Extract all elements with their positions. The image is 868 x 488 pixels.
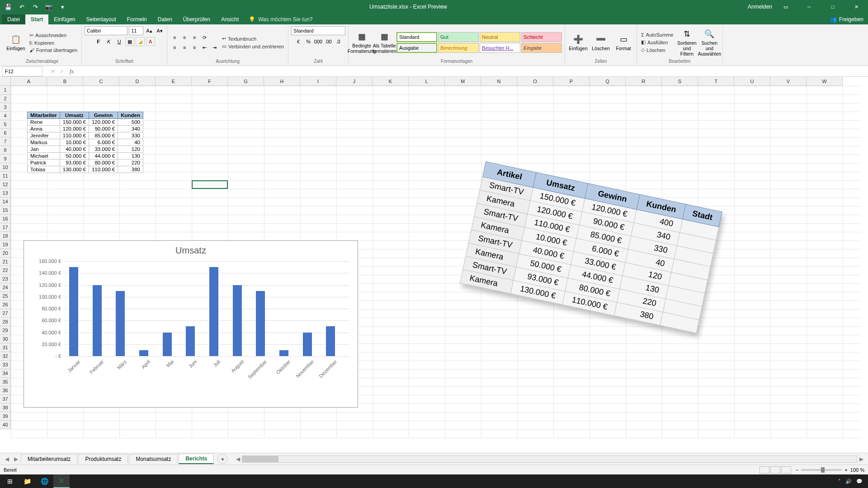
col-header-R[interactable]: R: [626, 77, 662, 86]
tell-me-search[interactable]: 💡 Was möchten Sie tun?: [244, 14, 317, 24]
grow-font-button[interactable]: A▴: [145, 26, 154, 35]
merge-button[interactable]: ▭Verbinden und zentrieren: [221, 43, 285, 50]
qat-dropdown-icon[interactable]: ▾: [56, 2, 69, 12]
row-header-17[interactable]: 17: [0, 223, 11, 232]
row-header-5[interactable]: 5: [0, 120, 11, 129]
row-header-30[interactable]: 30: [0, 335, 11, 343]
worksheet[interactable]: ABCDEFGHIJKLMNOPQRSTUVW 1234567891011121…: [0, 77, 868, 453]
enter-icon[interactable]: ✓: [60, 68, 64, 75]
style-schlecht[interactable]: Schlecht: [521, 32, 562, 42]
format-cells-button[interactable]: ▭Format: [613, 28, 634, 57]
share-button[interactable]: 👥 Freigeben: [826, 14, 868, 24]
dec-decimal-button[interactable]: .0: [334, 37, 343, 46]
sheet-tab-monat[interactable]: Monatsumsatz: [129, 454, 178, 464]
row-header-19[interactable]: 19: [0, 240, 11, 249]
insert-cells-button[interactable]: ➕Einfügen: [568, 28, 589, 57]
style-berechnung[interactable]: Berechnung: [438, 43, 479, 53]
umsatz-chart[interactable]: Umsatz 160.000 €140.000 €120.000 €100.00…: [24, 240, 358, 408]
row-header-12[interactable]: 12: [0, 180, 11, 189]
row-header-6[interactable]: 6: [0, 129, 11, 137]
indent-button[interactable]: ⇥: [210, 43, 219, 52]
italic-button[interactable]: K: [104, 37, 113, 46]
autosum-button[interactable]: ΣAutoSumme: [640, 32, 675, 38]
style-gut[interactable]: Gut: [438, 32, 479, 42]
format-painter-button[interactable]: 🖌Format übertragen: [28, 47, 79, 53]
add-sheet-button[interactable]: ＋: [217, 454, 227, 464]
borders-button[interactable]: ▦: [125, 37, 134, 46]
col-header-B[interactable]: B: [47, 77, 83, 86]
col-header-V[interactable]: V: [770, 77, 807, 86]
font-color-button[interactable]: A: [146, 37, 155, 46]
row-header-20[interactable]: 20: [0, 249, 11, 258]
edge-icon[interactable]: 🌐: [36, 474, 52, 488]
col-header-F[interactable]: F: [192, 77, 228, 86]
conditional-formatting-button[interactable]: ▦Bedingte Formatierung: [351, 28, 372, 57]
cancel-icon[interactable]: ✕: [51, 68, 55, 75]
excel-taskbar-icon[interactable]: X: [53, 474, 70, 488]
row-header-35[interactable]: 35: [0, 378, 11, 386]
col-header-L[interactable]: L: [409, 77, 445, 86]
align-top-button[interactable]: ≡: [170, 33, 179, 42]
col-header-G[interactable]: G: [228, 77, 264, 86]
sheet-tab-berichts[interactable]: Berichts: [179, 454, 214, 464]
percent-button[interactable]: %: [304, 37, 313, 46]
col-header-J[interactable]: J: [336, 77, 373, 86]
redo-icon[interactable]: ↷: [29, 2, 42, 12]
col-header-E[interactable]: E: [156, 77, 192, 86]
thousands-button[interactable]: 000: [314, 37, 323, 46]
tab-home[interactable]: Start: [25, 14, 48, 24]
row-header-24[interactable]: 24: [0, 283, 11, 292]
row-header-2[interactable]: 2: [0, 94, 11, 103]
outdent-button[interactable]: ⇤: [200, 43, 209, 52]
tab-review[interactable]: Überprüfen: [178, 14, 216, 24]
row-header-22[interactable]: 22: [0, 266, 11, 275]
row-header-34[interactable]: 34: [0, 369, 11, 378]
notifications-icon[interactable]: 💬: [856, 479, 863, 484]
col-header-P[interactable]: P: [553, 77, 590, 86]
align-bottom-button[interactable]: ≡: [190, 33, 199, 42]
style-eingabe[interactable]: Eingabe: [521, 43, 562, 53]
row-header-1[interactable]: 1: [0, 86, 11, 94]
camera-icon[interactable]: 📷: [42, 2, 55, 12]
fx-icon[interactable]: fx: [70, 68, 74, 75]
col-header-A[interactable]: A: [11, 77, 47, 86]
row-header-27[interactable]: 27: [0, 309, 11, 318]
col-header-I[interactable]: I: [300, 77, 336, 86]
select-all-corner[interactable]: [0, 77, 11, 86]
row-header-10[interactable]: 10: [0, 163, 11, 172]
format-as-table-button[interactable]: ▦Als Tabelle formatieren: [374, 28, 395, 57]
undo-icon[interactable]: ↶: [15, 2, 28, 12]
tab-formulas[interactable]: Formeln: [122, 14, 152, 24]
delete-cells-button[interactable]: ➖Löschen: [590, 28, 611, 57]
row-header-9[interactable]: 9: [0, 155, 11, 163]
row-header-15[interactable]: 15: [0, 206, 11, 215]
style-ausgabe[interactable]: Ausgabe: [396, 43, 437, 53]
formula-input[interactable]: [77, 67, 868, 76]
col-header-T[interactable]: T: [698, 77, 734, 86]
tab-scroll-left[interactable]: ◀: [3, 456, 11, 462]
wrap-text-button[interactable]: ↩Textumbruch: [221, 35, 285, 42]
orientation-button[interactable]: ⟳: [200, 33, 209, 42]
copy-button[interactable]: ⎘Kopieren: [28, 40, 79, 46]
align-left-button[interactable]: ≡: [170, 43, 179, 52]
row-header-11[interactable]: 11: [0, 172, 11, 180]
align-center-button[interactable]: ≡: [180, 43, 189, 52]
horizontal-scrollbar[interactable]: ◀ ▶: [234, 455, 865, 463]
cut-button[interactable]: ✂Ausschneiden: [28, 32, 79, 39]
fill-color-button[interactable]: ◢: [136, 37, 145, 46]
tray-up-icon[interactable]: ˄: [838, 479, 841, 484]
style-neutral[interactable]: Neutral: [480, 32, 520, 42]
close-icon[interactable]: ✕: [846, 0, 866, 14]
col-header-S[interactable]: S: [662, 77, 698, 86]
row-header-16[interactable]: 16: [0, 215, 11, 223]
currency-button[interactable]: €: [294, 37, 303, 46]
maximize-icon[interactable]: □: [823, 0, 843, 14]
col-header-C[interactable]: C: [83, 77, 119, 86]
row-header-32[interactable]: 32: [0, 352, 11, 361]
tab-scroll-right[interactable]: ▶: [12, 456, 20, 462]
zoom-slider[interactable]: [801, 469, 842, 471]
row-header-21[interactable]: 21: [0, 258, 11, 266]
find-select-button[interactable]: 🔍Suchen und Auswählen: [699, 28, 720, 57]
col-header-N[interactable]: N: [481, 77, 517, 86]
ribbon-options-icon[interactable]: ▭: [776, 0, 796, 14]
